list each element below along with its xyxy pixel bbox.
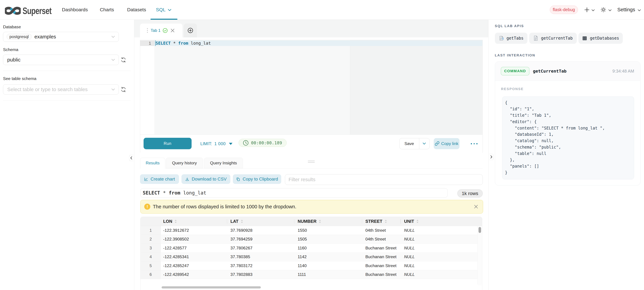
more-actions-button[interactable] <box>470 135 478 153</box>
api-getcurrenttab-button[interactable]: getCurrentTab <box>529 33 577 44</box>
query-preview: SELECT * from long_lat <box>140 188 448 198</box>
nav-item-datasets[interactable]: Datasets <box>127 0 146 19</box>
table-row[interactable]: 1 -122.3912672 37.7690928 1550 04th Stre… <box>140 226 482 235</box>
copy-link-button[interactable]: Copy link <box>434 138 460 149</box>
sort-icon[interactable] <box>241 220 243 223</box>
settings-menu[interactable]: Settings <box>618 7 641 12</box>
row-index-cell: 2 <box>140 235 161 244</box>
table-horizontal-scrollbar[interactable] <box>140 286 482 289</box>
row-index-header <box>140 217 161 226</box>
table-row[interactable]: 4 -122.4285341 37.780385 1142 Buchanan S… <box>140 253 482 262</box>
api-getdatabases-button[interactable]: getDatabases <box>578 33 623 44</box>
refresh-schemas-icon[interactable] <box>121 57 126 63</box>
column-header-street[interactable]: STREET <box>362 217 401 226</box>
table-row[interactable]: 2 -122.3908502 37.7694259 1505 04th Stre… <box>140 235 482 244</box>
tab-query-history[interactable]: Query history <box>166 158 203 168</box>
scrollbar-thumb[interactable] <box>478 227 481 233</box>
create-chart-button[interactable]: Create chart <box>140 174 179 184</box>
environment-tag: flask-debug <box>550 5 578 14</box>
json-line: "panels": [] <box>505 163 634 170</box>
number-cell: 1142 <box>294 253 362 261</box>
filter-results-input[interactable] <box>285 174 483 185</box>
superset-logo[interactable]: Superset <box>5 5 61 16</box>
apis-heading: SQL LAB APIS <box>495 24 524 28</box>
database-select[interactable]: postgresql examples <box>3 32 119 42</box>
database-name: examples <box>34 34 56 39</box>
lat-cell: 37.7690928 <box>227 226 294 235</box>
json-line: { <box>505 100 634 106</box>
schema-label: Schema <box>3 47 18 52</box>
command-badge: COMMAND <box>501 67 530 75</box>
table-schema-label: See table schema <box>3 76 36 81</box>
run-button[interactable]: Run <box>144 138 192 149</box>
save-split-button: Save <box>399 138 430 149</box>
link-icon <box>435 141 440 146</box>
copy-icon <box>236 177 240 181</box>
tab-results[interactable]: Results <box>140 158 165 169</box>
column-header-lat[interactable]: LAT <box>227 217 294 226</box>
table-select[interactable]: Select table or type to search tables <box>3 84 119 94</box>
unit-cell: NULL <box>400 270 478 279</box>
unit-cell: NULL <box>400 235 478 244</box>
chevron-down-icon <box>638 9 641 11</box>
sort-icon[interactable] <box>385 220 387 223</box>
table-row[interactable]: 5 -122.4285247 37.7803172 1140 Buchanan … <box>140 261 482 270</box>
json-line: "table": null <box>505 151 634 157</box>
sort-icon[interactable] <box>319 220 321 223</box>
warning-message: The number of rows displayed is limited … <box>153 204 296 210</box>
copy-clipboard-button[interactable]: Copy to Clipboard <box>233 174 281 184</box>
save-options-button[interactable] <box>419 138 430 149</box>
scrollbar-thumb[interactable] <box>162 286 261 289</box>
query-tab[interactable]: Tab 1 <box>140 23 182 37</box>
refresh-tables-icon[interactable] <box>121 87 126 92</box>
lon-cell: -122.3912672 <box>161 226 227 235</box>
elapsed-timer: 00:00:00.189 <box>238 139 286 147</box>
table-row[interactable]: 6 -122.4289542 37.7802883 1111 Buchanan … <box>140 270 482 279</box>
nav-item-sql[interactable]: SQL <box>156 0 172 19</box>
sql-editor-box: 1 SELECT * from long_lat Run LIMIT: 1 00… <box>140 40 483 153</box>
chevron-down-icon <box>112 59 115 61</box>
chevron-down-icon <box>168 9 171 11</box>
close-alert-icon[interactable] <box>474 205 478 209</box>
column-separator <box>400 219 401 224</box>
schema-select[interactable]: public <box>3 54 119 65</box>
theme-toggle[interactable] <box>601 7 612 12</box>
column-header-unit[interactable]: UNIT <box>400 217 478 226</box>
add-tab-button[interactable] <box>184 23 197 37</box>
table-row[interactable]: 3 -122.428577 37.7806267 1160 Buchanan S… <box>140 244 482 253</box>
rows-count-badge[interactable]: 1k rows <box>457 189 483 198</box>
collapse-left-panel-button[interactable] <box>129 155 133 161</box>
limit-dropdown[interactable]: LIMIT: 1 000 <box>200 135 232 153</box>
lon-cell: -122.4285247 <box>161 261 227 270</box>
table-select-placeholder: Select table or type to search tables <box>7 87 88 92</box>
download-csv-button[interactable]: Download to CSV <box>182 174 230 184</box>
expand-right-panel-button[interactable] <box>489 154 493 160</box>
row-index-cell: 1 <box>140 226 161 235</box>
street-cell: 04th Street <box>362 226 401 235</box>
navbar: Superset Dashboards Charts Datasets SQL … <box>0 0 644 20</box>
column-header-number[interactable]: NUMBER <box>294 217 362 226</box>
pane-resize-handle[interactable] <box>308 161 315 164</box>
tabs-file-icon <box>498 35 504 41</box>
close-tab-icon[interactable] <box>171 29 174 32</box>
drag-handle-icon[interactable] <box>147 28 148 33</box>
api-gettabs-button[interactable]: getTabs <box>495 33 528 44</box>
sql-editor[interactable]: 1 SELECT * from long_lat <box>140 40 482 135</box>
nav-item-charts[interactable]: Charts <box>100 0 114 19</box>
unit-cell: NULL <box>400 244 478 253</box>
json-line: "catalog": null, <box>505 138 634 144</box>
column-header-lon[interactable]: LON <box>161 217 227 226</box>
street-cell: Buchanan Street <box>362 244 401 253</box>
table-vertical-scrollbar[interactable] <box>477 226 482 286</box>
caret-down-icon <box>241 222 243 223</box>
new-item-button[interactable] <box>584 7 595 12</box>
street-cell: Buchanan Street <box>362 261 401 270</box>
save-button[interactable]: Save <box>399 138 419 149</box>
sort-icon[interactable] <box>174 220 177 223</box>
results-table-header: LON LAT NUMBER STREET UNIT <box>140 217 482 226</box>
nav-item-dashboards[interactable]: Dashboards <box>62 0 88 19</box>
interaction-card-header: COMMAND getCurrentTab 9:34:48 AM <box>495 62 640 81</box>
tab-query-insights[interactable]: Query Insights <box>204 158 243 168</box>
sort-icon[interactable] <box>416 220 419 223</box>
card-box-icon <box>582 35 588 41</box>
